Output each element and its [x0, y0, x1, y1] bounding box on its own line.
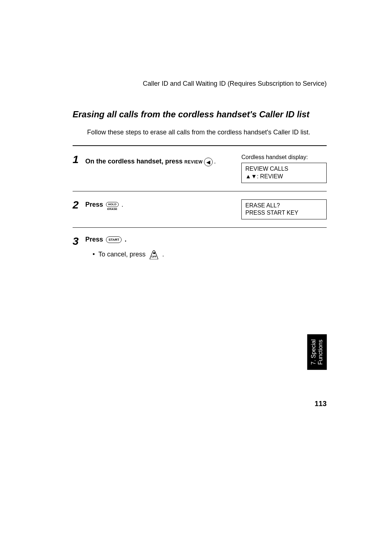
handset-display: REVIEW CALLS ▲▼: REVIEW: [241, 163, 327, 183]
erase-label: ERASE: [106, 207, 119, 211]
step1-text: On the cordless handset, press: [85, 158, 183, 165]
display-line1: ERASE ALL?: [245, 202, 323, 210]
svg-text:OFF: OFF: [151, 255, 157, 258]
intro-text: Follow these steps to erase all calls fr…: [87, 129, 327, 136]
handset-display: ERASE ALL? PRESS START KEY: [241, 199, 327, 220]
review-button-label: REVIEW ◀ .: [184, 158, 216, 166]
left-arrow-button-icon: ◀: [204, 158, 213, 166]
step-1: 1 On the cordless handset, press REVIEW …: [73, 146, 327, 191]
press-label: Press: [85, 236, 103, 243]
press-label: Press: [85, 201, 103, 208]
display-line1: REVIEW CALLS: [245, 165, 323, 173]
header-line: Caller ID and Call Waiting ID (Requires …: [73, 80, 327, 88]
off-button-icon: ☎ OFF: [148, 250, 159, 259]
step-3: 3 Press START . • To cancel, press ☎ OFF: [73, 228, 327, 267]
hold-erase-button-icon: HOLD ERASE: [106, 199, 119, 211]
review-text: REVIEW: [184, 159, 203, 165]
hold-label: HOLD: [106, 202, 119, 207]
period: .: [124, 236, 126, 243]
period: .: [122, 201, 123, 208]
step-number: 3: [73, 236, 85, 247]
display-line2: ▲▼: REVIEW: [245, 173, 323, 181]
cancel-text: To cancel, press: [98, 251, 146, 258]
step-number: 1: [73, 154, 85, 165]
chapter-tab: 7. SpecialFunctions: [307, 334, 327, 370]
step-2: 2 Press HOLD ERASE . ERASE ALL? PRESS ST…: [73, 191, 327, 228]
step-number: 2: [73, 199, 85, 210]
svg-text:☎: ☎: [153, 252, 156, 254]
section-title: Erasing all calls from the cordless hand…: [73, 109, 327, 119]
page-number: 113: [315, 400, 327, 408]
start-button-icon: START: [106, 236, 122, 243]
steps-container: 1 On the cordless handset, press REVIEW …: [73, 145, 327, 267]
cancel-instruction: • To cancel, press ☎ OFF .: [93, 250, 327, 259]
period: .: [162, 251, 164, 258]
period: .: [214, 159, 216, 165]
display-line2: PRESS START KEY: [245, 209, 323, 217]
display-label: Cordless handset display:: [241, 154, 327, 161]
